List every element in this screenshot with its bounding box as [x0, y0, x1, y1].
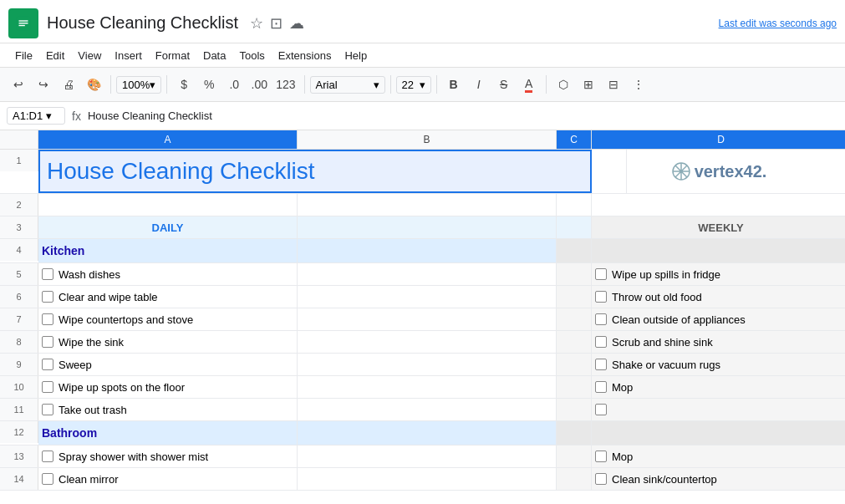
fill-color-button[interactable]: ⬡: [552, 73, 575, 96]
zoom-select[interactable]: 100% ▾: [116, 76, 161, 94]
format123-button[interactable]: 123: [272, 73, 298, 96]
cell-5b: [298, 263, 557, 285]
cell-8a: Wipe the sink: [38, 331, 298, 353]
percent-button[interactable]: %: [197, 73, 221, 96]
more-options-button[interactable]: ⋮: [627, 73, 650, 96]
cell-11d: [592, 399, 845, 420]
cloud-icon[interactable]: ☁: [289, 14, 304, 33]
checkbox-9d[interactable]: [595, 359, 607, 370]
cell-12d: [592, 421, 845, 445]
print-button[interactable]: 🖨: [57, 73, 80, 96]
row-num-1: 1: [0, 150, 38, 171]
text-6a: Clear and wipe table: [59, 291, 158, 303]
cell-13c: [557, 445, 592, 467]
redo-button[interactable]: ↪: [32, 73, 55, 96]
bathroom-label: Bathroom: [42, 426, 97, 440]
menu-extensions[interactable]: Extensions: [272, 48, 339, 64]
strikethrough-button[interactable]: S: [492, 73, 516, 96]
checkbox-7a[interactable]: [42, 313, 53, 325]
text-9d: Shake or vacuum rugs: [612, 359, 720, 371]
checkbox-6d[interactable]: [595, 291, 607, 303]
cell-6b: [298, 286, 557, 308]
svg-rect-3: [19, 24, 25, 25]
cell-ref-value: A1:D1: [13, 109, 43, 122]
title-cell[interactable]: House Cleaning Checklist: [38, 150, 592, 193]
checkbox-14d[interactable]: [595, 473, 607, 485]
undo-button[interactable]: ↩: [7, 73, 30, 96]
checkbox-8d[interactable]: [595, 336, 607, 348]
checkbox-10d[interactable]: [595, 381, 607, 393]
cell-3d: WEEKLY: [592, 216, 845, 238]
menu-help[interactable]: Help: [338, 48, 374, 64]
checkbox-13a[interactable]: [42, 451, 53, 462]
row-num-7: 7: [0, 308, 38, 330]
checkbox-5a[interactable]: [42, 268, 53, 280]
checkbox-11a[interactable]: [42, 404, 53, 415]
menu-tools[interactable]: Tools: [232, 48, 271, 64]
bold-button[interactable]: B: [442, 73, 466, 96]
menu-file[interactable]: File: [8, 48, 39, 64]
text-color-icon: A: [525, 77, 532, 93]
checkbox-10a[interactable]: [42, 381, 53, 393]
cell-11b: [298, 399, 557, 420]
menu-bar: File Edit View Insert Format Data Tools …: [0, 43, 845, 67]
col-header-b[interactable]: B: [298, 130, 557, 149]
text-9a: Sweep: [59, 359, 92, 371]
borders-button[interactable]: ⊞: [577, 73, 600, 96]
text-5d: Wipe up spills in fridge: [612, 268, 720, 281]
italic-button[interactable]: I: [467, 73, 491, 96]
menu-format[interactable]: Format: [149, 48, 196, 64]
merge-button[interactable]: ⊟: [602, 73, 625, 96]
cell-ref-dropdown[interactable]: ▾: [46, 109, 52, 122]
star-icon[interactable]: ☆: [250, 14, 263, 33]
dec-decrease-button[interactable]: .0: [222, 73, 246, 96]
cell-6d: Throw out old food: [592, 286, 845, 308]
menu-edit[interactable]: Edit: [39, 48, 71, 64]
cell-4d: [592, 239, 845, 262]
menu-data[interactable]: Data: [196, 48, 232, 64]
text-color-button[interactable]: A: [517, 73, 541, 96]
toolbar-sep-5: [436, 75, 437, 94]
cell-reference[interactable]: A1:D1 ▾: [7, 107, 65, 125]
row-14: 14 Clean mirror Clean sink/countertop Wa…: [0, 468, 845, 491]
text-5a: Wash dishes: [59, 268, 120, 281]
cell-13b: [298, 445, 557, 467]
col-header-d[interactable]: D: [592, 130, 845, 149]
checkbox-14a[interactable]: [42, 473, 53, 485]
checkbox-6a[interactable]: [42, 291, 53, 303]
menu-insert[interactable]: Insert: [108, 48, 149, 64]
checkbox-13d[interactable]: [595, 451, 607, 462]
cell-10c: [557, 376, 592, 398]
drive-icon[interactable]: ⊡: [270, 14, 283, 33]
cell-1e[interactable]: [592, 150, 627, 193]
text-8a: Wipe the sink: [59, 336, 124, 349]
checkbox-5d[interactable]: [595, 268, 607, 280]
doc-title: House Cleaning Checklist: [47, 13, 238, 33]
text-7d: Clean outside of appliances: [612, 313, 746, 326]
text-6d: Throw out old food: [612, 291, 702, 303]
paint-format-button[interactable]: 🎨: [82, 73, 105, 96]
checkbox-8a[interactable]: [42, 336, 53, 348]
cell-14a: Clean mirror: [38, 468, 298, 490]
dec-increase-button[interactable]: .00: [247, 73, 271, 96]
row-12: 12 Bathroom: [0, 421, 845, 445]
app-icon: [8, 8, 38, 38]
font-select[interactable]: Arial ▾: [310, 76, 385, 94]
fontsize-select[interactable]: 22 ▾: [396, 76, 431, 94]
vertex42-text: vertex42.: [695, 162, 767, 181]
formula-content[interactable]: House Cleaning Checklist: [88, 109, 838, 122]
cell-9b: [298, 354, 557, 375]
checkbox-11d[interactable]: [595, 404, 607, 415]
cell-14c: [557, 468, 592, 490]
vertex-snowflake-icon: [671, 161, 691, 181]
menu-view[interactable]: View: [71, 48, 108, 64]
col-header-a[interactable]: A: [38, 130, 298, 149]
checkbox-9a[interactable]: [42, 359, 53, 370]
currency-button[interactable]: $: [172, 73, 196, 96]
cell-10d: Mop: [592, 376, 845, 398]
cell-11c: [557, 399, 592, 420]
row-1: 1 House Cleaning Checklist vertex42.: [0, 150, 845, 194]
checkbox-7d[interactable]: [595, 313, 607, 325]
col-header-c[interactable]: C: [557, 130, 592, 149]
cell-12a: Bathroom: [38, 421, 298, 445]
